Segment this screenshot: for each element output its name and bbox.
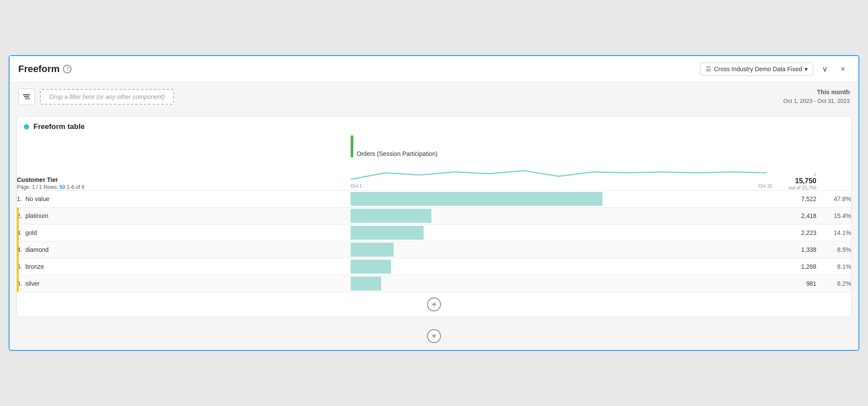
total-subtext: out of 15,750	[779, 185, 816, 190]
date-range: Oct 1, 2023 - Oct 31, 2023	[783, 97, 850, 106]
bar-wrapper	[351, 275, 779, 292]
sparkline-start-date: Oct 1	[351, 183, 362, 188]
orders-column-label: Orders (Session Participation)	[357, 150, 438, 157]
close-button[interactable]: ×	[836, 62, 850, 76]
value-cell: 2,223	[779, 224, 816, 241]
svg-rect-0	[23, 94, 30, 96]
green-bar-indicator	[351, 135, 353, 157]
sort-icon[interactable]: ↓	[814, 170, 817, 177]
rows-per-page[interactable]: 50	[59, 184, 65, 190]
table-row: 6. silver 981 6.2%	[17, 275, 851, 292]
freeform-table-title: Freeform table	[33, 122, 85, 131]
row-accent	[17, 275, 19, 292]
panel-title-area: Freeform ?	[18, 63, 72, 75]
bar-cell	[351, 241, 779, 258]
bar	[351, 192, 602, 206]
teal-dot	[24, 124, 29, 129]
add-panel-button[interactable]: +	[427, 329, 441, 343]
dataset-label: Cross Industry Demo Data Fixed	[714, 66, 802, 73]
pct-cell: 15.4%	[816, 207, 851, 224]
header-right: ☰ Cross Industry Demo Data Fixed ▾ ∨ ×	[700, 62, 850, 76]
filter-drop-zone[interactable]: Drop a filter here (or any other compone…	[40, 89, 174, 105]
freeform-card: Freeform table Orders (Session Participa…	[16, 116, 852, 317]
table-wrapper: Orders (Session Participation) Customer …	[17, 135, 851, 292]
filter-icon-button[interactable]: +	[18, 89, 35, 105]
value-cell: 1,268	[779, 258, 816, 275]
value-cell: 7,522	[779, 190, 816, 207]
value-cell: 2,418	[779, 207, 816, 224]
bar-cell	[351, 207, 779, 224]
table-row: 4. diamond 1,338 8.5%	[17, 241, 851, 258]
collapse-button[interactable]: ∨	[818, 62, 832, 76]
filter-icon: +	[23, 93, 30, 101]
chevron-down-icon: ▾	[805, 66, 808, 73]
freeform-card-header: Freeform table	[17, 116, 851, 135]
row-label-cell: 5. bronze	[17, 258, 351, 275]
outer-panel: Freeform ? ☰ Cross Industry Demo Data Fi…	[9, 55, 859, 351]
row-label-cell: 2. platinum	[17, 207, 351, 224]
svg-text:+: +	[28, 97, 30, 100]
add-panel-button-container: +	[10, 322, 858, 350]
sparkline-left-cell: Customer Tier Page: 1 / 1 Rows: 50 1-6 o…	[17, 160, 351, 191]
row-label-cell: 3. gold	[17, 224, 351, 241]
sparkline-row: Customer Tier Page: 1 / 1 Rows: 50 1-6 o…	[17, 160, 851, 191]
bar	[351, 226, 424, 240]
table-row: 3. gold 2,223 14.1%	[17, 224, 851, 241]
bar-wrapper	[351, 191, 779, 207]
bar-cell	[351, 190, 779, 207]
bar-cell	[351, 258, 779, 275]
row-label-cell: 4. diamond	[17, 241, 351, 258]
pct-cell: 6.2%	[816, 275, 851, 292]
bar	[351, 243, 394, 257]
pct-cell: 47.8%	[816, 190, 851, 207]
help-icon[interactable]: ?	[63, 65, 72, 73]
pct-cell: 8.1%	[816, 258, 851, 275]
bar-wrapper	[351, 224, 779, 241]
sparkline-labels: Oct 1 Oct 31	[351, 183, 773, 189]
date-label: This month	[783, 88, 850, 97]
bar-cell	[351, 224, 779, 241]
sparkline-container: Oct 1 Oct 31	[351, 160, 779, 190]
sparkline-end-date: Oct 31	[759, 183, 773, 188]
filter-left: + Drop a filter here (or any other compo…	[18, 89, 174, 105]
col-header-orders-cell: Orders (Session Participation)	[351, 135, 816, 160]
bar-wrapper	[351, 258, 779, 275]
table-row: 5. bronze 1,268 8.1%	[17, 258, 851, 275]
table-row: 2. platinum 2,418 15.4%	[17, 207, 851, 224]
table-row: 1. No value 7,522 47.8%	[17, 190, 851, 207]
col-header-left-cell	[17, 135, 351, 160]
row-label-cell: 1. No value	[17, 190, 351, 207]
bar-cell	[351, 275, 779, 292]
pagination-text: Page: 1 / 1 Rows:	[17, 184, 58, 190]
date-range-info: This month Oct 1, 2023 - Oct 31, 2023	[783, 88, 850, 106]
row-label-cell: 6. silver	[17, 275, 351, 292]
add-button-inside-container: +	[17, 292, 851, 317]
filter-bar: + Drop a filter here (or any other compo…	[10, 83, 858, 111]
bar	[351, 277, 381, 290]
add-visualization-button[interactable]: +	[427, 297, 441, 311]
bar-wrapper	[351, 208, 779, 224]
pct-cell: 14.1%	[816, 224, 851, 241]
sparkline-right-cell: Oct 1 Oct 31	[351, 160, 779, 191]
value-cell: 981	[779, 275, 816, 292]
pagination-info: Page: 1 / 1 Rows: 50 1-6 of 6	[17, 184, 351, 190]
customer-tier-label: Customer Tier	[17, 176, 351, 183]
total-value-cell: ↓ 15,750 out of 15,750	[779, 160, 816, 191]
row-accent	[17, 191, 19, 207]
row-accent	[17, 258, 19, 275]
row-accent	[17, 208, 19, 224]
col-header-row: Orders (Session Participation)	[17, 135, 851, 160]
bar	[351, 260, 391, 274]
freeform-table: Orders (Session Participation) Customer …	[17, 135, 851, 292]
pagination-range: 1-6 of 6	[67, 184, 85, 190]
panel-header: Freeform ? ☰ Cross Industry Demo Data Fi…	[10, 56, 858, 83]
panel-title: Freeform	[18, 63, 59, 75]
total-value: 15,750	[779, 177, 816, 185]
bar-wrapper	[351, 241, 779, 258]
dataset-selector[interactable]: ☰ Cross Industry Demo Data Fixed ▾	[700, 63, 813, 76]
sparkline-chart	[351, 160, 773, 182]
database-icon: ☰	[706, 66, 711, 73]
pct-cell: 8.5%	[816, 241, 851, 258]
row-accent	[17, 224, 19, 241]
row-accent	[17, 241, 19, 258]
